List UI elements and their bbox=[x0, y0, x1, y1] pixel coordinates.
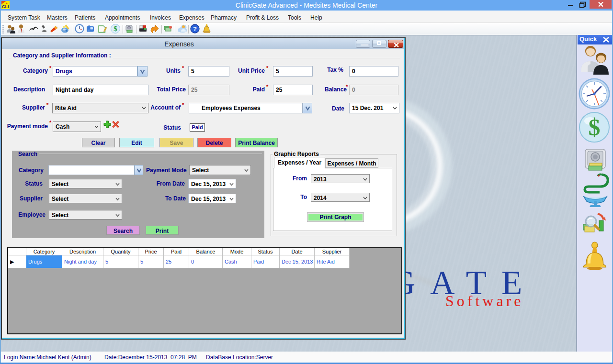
svg-text:$: $ bbox=[114, 25, 117, 33]
svg-text:?: ? bbox=[193, 25, 197, 33]
svg-text:$: $ bbox=[589, 114, 601, 141]
svg-text:CLI: CLI bbox=[2, 4, 9, 9]
